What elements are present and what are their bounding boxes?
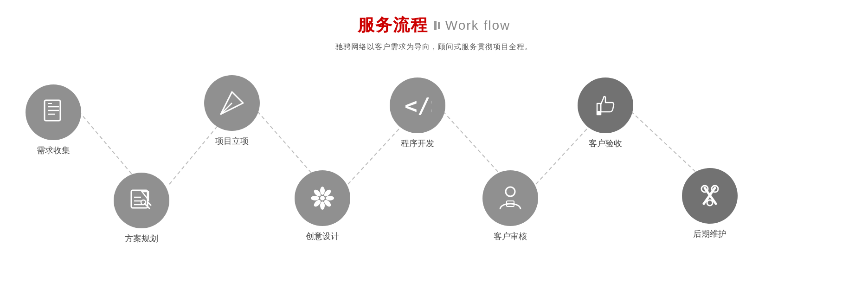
node-2-label: 方案规划 <box>125 233 158 244</box>
flower-icon <box>309 185 335 211</box>
svg-rect-11 <box>48 103 52 104</box>
title-row: 服务流程 Work flow <box>335 14 533 37</box>
svg-point-21 <box>320 187 325 195</box>
node-7: 客户验收 <box>578 77 633 149</box>
node-8: 后期维护 <box>682 168 738 239</box>
code-icon: </> <box>404 94 431 117</box>
svg-point-37 <box>707 200 713 206</box>
svg-point-23 <box>311 196 319 200</box>
node-3-label: 项目立项 <box>215 136 249 147</box>
node-4-label: 创意设计 <box>306 231 339 242</box>
title-divider <box>434 21 440 30</box>
wrench-icon <box>697 183 722 208</box>
node-1: 需求收集 <box>26 84 81 156</box>
node-5-label: 程序开发 <box>401 138 434 149</box>
person-icon <box>498 185 522 211</box>
svg-line-0 <box>79 111 139 183</box>
node-2-circle <box>114 173 169 228</box>
svg-text:</>: </> <box>405 94 431 117</box>
svg-point-30 <box>506 187 515 196</box>
node-2: 方案规划 <box>114 173 169 244</box>
node-6-circle <box>482 170 538 226</box>
send-icon <box>219 90 245 116</box>
svg-point-20 <box>320 196 325 200</box>
svg-rect-12 <box>131 190 148 208</box>
node-7-label: 客户验收 <box>589 138 622 149</box>
svg-point-24 <box>326 196 334 200</box>
svg-point-22 <box>320 201 325 210</box>
node-4: 创意设计 <box>295 170 350 242</box>
node-3: 项目立项 <box>204 75 260 147</box>
title-en: Work flow <box>445 18 510 33</box>
node-5-circle: </> <box>390 77 445 133</box>
svg-line-19 <box>221 103 232 114</box>
node-1-circle <box>26 84 81 140</box>
svg-rect-32 <box>597 111 601 115</box>
thumbsup-icon <box>593 93 617 117</box>
title-cn: 服务流程 <box>358 14 428 37</box>
node-1-label: 需求收集 <box>37 145 70 156</box>
divider-bar1 <box>434 21 437 30</box>
node-8-label: 后期维护 <box>693 228 727 239</box>
document-icon <box>42 99 65 125</box>
page-wrapper: 服务流程 Work flow 驰骋网络以客户需求为导向，顾问式服务贯彻项目全程。 <box>0 0 868 297</box>
node-4-circle <box>295 170 350 226</box>
node-6-label: 客户审核 <box>494 231 527 242</box>
plan-icon <box>129 188 154 213</box>
node-7-circle <box>578 77 633 133</box>
node-3-circle <box>204 75 260 131</box>
svg-point-16 <box>141 200 146 205</box>
divider-bar2 <box>438 22 440 29</box>
workflow-area: 需求收集 方案规划 <box>0 71 868 265</box>
node-8-circle <box>682 168 738 224</box>
header-section: 服务流程 Work flow 驰骋网络以客户需求为导向，顾问式服务贯彻项目全程。 <box>335 14 533 52</box>
subtitle: 驰骋网络以客户需求为导向，顾问式服务贯彻项目全程。 <box>335 42 533 52</box>
node-6: 客户审核 <box>482 170 538 242</box>
node-5: </> 程序开发 <box>390 77 445 149</box>
